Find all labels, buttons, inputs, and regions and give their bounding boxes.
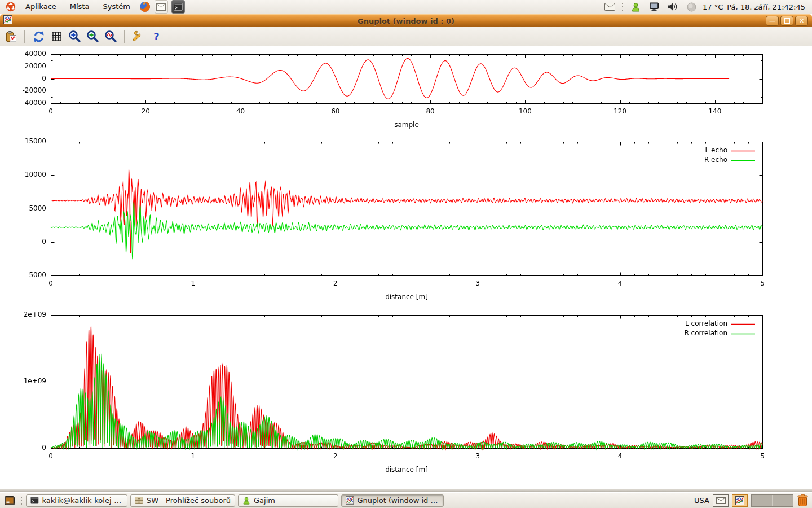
- applet-handle[interactable]: [20, 496, 23, 506]
- zoom-forward-icon: [86, 30, 99, 43]
- help-button[interactable]: ?: [149, 29, 164, 44]
- task-label: kaklik@kaklik-kolej-u...: [42, 496, 123, 505]
- grid-icon: [51, 31, 63, 42]
- window-toolbar: ?: [0, 27, 812, 46]
- clock-label[interactable]: Pá, 18. září, 21:42:45: [727, 3, 805, 11]
- task-label: Gajim: [254, 496, 275, 505]
- maximize-icon: [784, 18, 790, 24]
- terminal-icon: [30, 497, 39, 504]
- mail-notifier-icon[interactable]: [603, 1, 616, 13]
- window-titlebar[interactable]: Gnuplot (window id : 0) — ✕: [0, 14, 812, 27]
- wrench-icon: [132, 30, 145, 43]
- copy-plot-button[interactable]: [3, 29, 19, 44]
- file-manager-icon: [135, 497, 143, 504]
- plot-canvas[interactable]: [0, 46, 812, 489]
- tray-gnuplot-icon[interactable]: [732, 494, 748, 507]
- task-button-gajim[interactable]: Gajim: [238, 494, 338, 507]
- task-label: Gnuplot (window id : 0): [357, 496, 439, 505]
- taskbar: kaklik@kaklik-kolej-u... SW - Prohlížeč …: [0, 492, 812, 508]
- maximize-button[interactable]: [780, 16, 793, 26]
- display-settings-icon[interactable]: [648, 1, 660, 13]
- zoom-next-button[interactable]: [85, 29, 100, 44]
- top-panel: Aplikace Místa Systém: [0, 0, 812, 14]
- trash-icon: [797, 494, 809, 507]
- menu-system[interactable]: Systém: [96, 0, 136, 14]
- gajim-status-icon[interactable]: [629, 1, 642, 13]
- workspace-1[interactable]: [752, 495, 772, 506]
- mail-launcher-icon[interactable]: [155, 0, 168, 14]
- toolbar-separator: [24, 30, 25, 43]
- show-desktop-icon: [5, 496, 15, 505]
- firefox-launcher-icon[interactable]: [139, 1, 151, 13]
- toggle-grid-button[interactable]: [49, 29, 64, 44]
- settings-button[interactable]: [131, 29, 146, 44]
- zoom-autoscale-button[interactable]: [103, 29, 118, 44]
- minimize-button[interactable]: —: [766, 16, 779, 26]
- keyboard-layout-indicator[interactable]: USA: [694, 496, 709, 505]
- refresh-icon: [33, 30, 45, 43]
- replot-button[interactable]: [31, 29, 46, 44]
- temperature-label[interactable]: 17 °C: [703, 3, 723, 11]
- close-button[interactable]: ✕: [795, 16, 808, 26]
- gnuplot-icon: [346, 496, 354, 505]
- volume-icon[interactable]: [667, 1, 679, 13]
- workspace-switcher[interactable]: [751, 494, 793, 507]
- copy-to-clipboard-icon: [5, 30, 17, 43]
- applet-handle[interactable]: [621, 2, 624, 12]
- window-title: Gnuplot (window id : 0): [0, 17, 812, 25]
- task-button-terminal[interactable]: kaklik@kaklik-kolej-u...: [26, 494, 127, 507]
- zoom-reset-icon: [104, 30, 117, 43]
- minimize-icon: —: [769, 18, 775, 24]
- zoom-back-icon: [68, 30, 81, 43]
- gajim-icon: [242, 497, 250, 505]
- terminal-launcher-icon[interactable]: [171, 0, 185, 14]
- task-label: SW - Prohlížeč souborů: [147, 496, 231, 505]
- menu-places[interactable]: Místa: [64, 0, 96, 14]
- taskbar-right: USA: [694, 494, 810, 507]
- help-icon: ?: [153, 30, 159, 42]
- zoom-previous-button[interactable]: [67, 29, 82, 44]
- task-button-gnuplot[interactable]: Gnuplot (window id : 0): [341, 494, 444, 507]
- workspace-2[interactable]: [772, 495, 793, 506]
- weather-icon[interactable]: [685, 1, 698, 13]
- tray-mail-icon[interactable]: [713, 494, 729, 507]
- menu-applications[interactable]: Aplikace: [19, 0, 63, 14]
- show-desktop-button[interactable]: [2, 494, 17, 507]
- top-panel-tray: 17 °C Pá, 18. září, 21:42:45: [602, 1, 809, 13]
- toolbar-separator: [124, 30, 125, 43]
- task-button-file-manager[interactable]: SW - Prohlížeč souborů: [130, 494, 235, 507]
- trash-applet[interactable]: [797, 494, 809, 507]
- close-icon: ✕: [799, 18, 804, 24]
- ubuntu-logo-icon[interactable]: [5, 1, 17, 13]
- desktop: Aplikace Místa Systém: [0, 0, 812, 508]
